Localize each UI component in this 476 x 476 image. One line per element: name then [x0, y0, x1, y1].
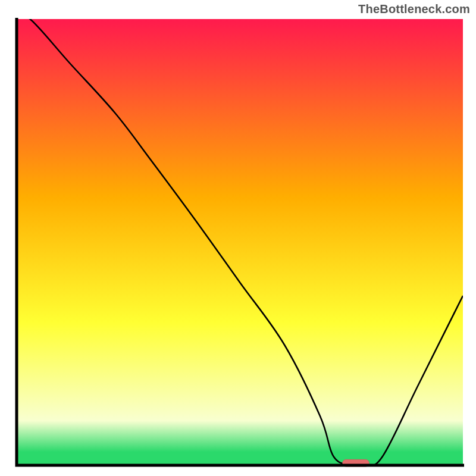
chart-svg	[12, 18, 464, 470]
watermark-text: TheBottleneck.com	[358, 2, 470, 16]
gradient-background	[17, 19, 463, 465]
chart-area	[12, 18, 464, 470]
